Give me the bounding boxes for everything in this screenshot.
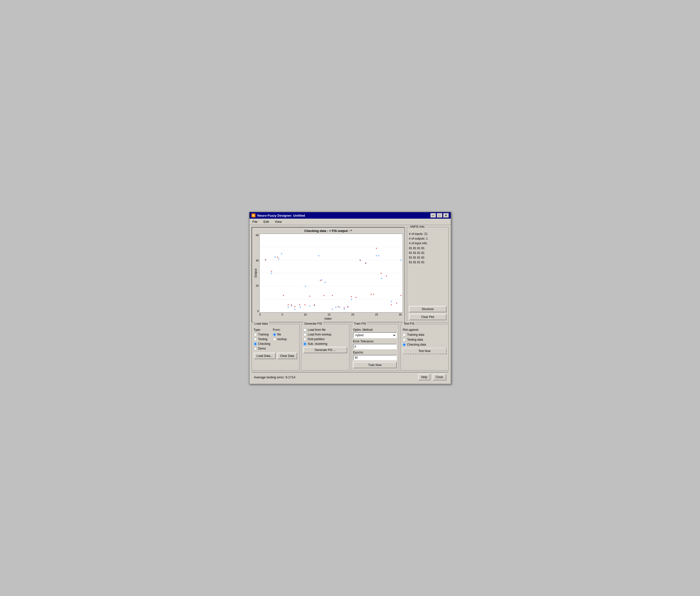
y-tick-40: 40 [254,259,259,262]
anfis-mfs-row2: 81 81 81 81 [409,251,447,255]
y-tick-60: 60 [254,234,259,237]
clear-data-button[interactable]: Clear Data [277,353,297,359]
from-file-row[interactable]: file [273,333,288,336]
svg-text:+: + [304,284,306,288]
type-training-row[interactable]: Training [254,333,271,336]
main-content: Checking data : + FIS output : * Output … [250,225,451,384]
error-tol-label: Error Tolerance: [353,340,397,343]
svg-text:*: * [332,294,333,298]
svg-text:*: * [338,305,339,309]
train-fis-content: Optim. Method: hybrid backprop Error Tol… [353,328,397,368]
fis-sub-row[interactable]: Sub. clustering [303,342,347,345]
clear-plot-button[interactable]: Clear Plot [409,314,447,320]
anfis-buttons: Structure Clear Plot [409,306,447,320]
type-checking-radio[interactable] [254,342,257,345]
generate-fis-button[interactable]: Generate FIS ... [303,347,347,353]
test-testing-row[interactable]: Testing data [403,338,447,341]
status-buttons: Help Close [418,374,446,380]
train-now-button[interactable]: Train Now [353,362,397,368]
svg-text:*: * [376,247,377,251]
window-controls: — □ ✕ [430,213,449,218]
from-file-label: file [277,333,281,336]
menu-file[interactable]: File [251,219,259,224]
anfis-mfs-label: # of input mfs: [409,241,447,246]
app-icon: N [251,213,255,217]
load-data-content: Type: Training Testing Che [254,328,298,359]
help-button[interactable]: Help [418,374,430,380]
y-tick-20: 20 [254,284,259,287]
test-checking-label: Checking data [407,343,426,346]
generate-fis-content: Load from file Load from worksp. Grid pa… [303,328,347,353]
type-demo-radio[interactable] [254,347,257,350]
type-training-radio[interactable] [254,333,257,336]
test-now-button[interactable]: Test Now [403,348,447,354]
svg-text:*: * [365,262,367,266]
fis-load-file-row[interactable]: Load from file [303,328,347,332]
from-file-radio[interactable] [273,333,276,336]
svg-text:*: * [320,279,321,283]
x-tick-10: 10 [304,313,307,316]
svg-text:+: + [335,305,337,309]
fis-load-worksp-radio[interactable] [303,333,306,336]
svg-text:+: + [375,254,377,258]
from-worksp-row[interactable]: worksp. [273,337,288,341]
fis-load-worksp-row[interactable]: Load from worksp. [303,333,347,336]
minimize-button[interactable]: — [430,213,436,218]
svg-text:*: * [344,306,345,311]
x-tick-0: 0 [259,313,261,316]
from-worksp-radio[interactable] [273,338,276,341]
type-testing-row[interactable]: Testing [254,337,271,341]
title-bar: N Neuro-Fuzzy Designer: Untitled — □ ✕ [250,212,451,218]
epochs-input[interactable] [353,355,397,360]
fis-grid-radio[interactable] [303,338,306,341]
test-training-row[interactable]: Training data [403,333,447,336]
svg-text:*: * [265,258,266,262]
test-fis-title: Test FIS [403,322,416,326]
menu-view[interactable]: View [274,219,283,224]
load-buttons: Load Data... Clear Data [254,353,298,359]
optim-method-group: Optim. Method: hybrid backprop [353,328,397,338]
optim-label: Optim. Method: [353,328,397,332]
svg-text:*: * [304,303,306,307]
type-demo-row[interactable]: Demo [254,347,271,350]
train-fis-panel: Train FIS Optim. Method: hybrid backprop… [351,324,399,370]
fis-load-file-radio[interactable] [303,328,306,332]
svg-text:+: + [309,304,311,308]
fis-grid-row[interactable]: Grid partition [303,337,347,341]
svg-text:+: + [274,255,276,259]
svg-text:+: + [280,252,282,256]
fis-sub-radio[interactable] [303,342,306,345]
test-fis-content: Plot against: Training data Testing data… [403,328,447,354]
test-training-radio[interactable] [403,333,406,336]
close-app-button[interactable]: Close [433,374,446,380]
svg-text:*: * [283,294,284,298]
fis-load-worksp-label: Load from worksp. [308,333,332,336]
plot-container: Checking data : + FIS output : * Output … [251,227,405,322]
type-demo-label: Demo [258,347,266,350]
svg-text:*: * [370,293,372,297]
load-data-button[interactable]: Load Data... [254,353,276,359]
type-testing-radio[interactable] [254,338,257,341]
svg-text:*: * [288,303,289,307]
structure-button[interactable]: Structure [409,306,447,312]
anfis-info-box: ANFIS Info. # of inputs: 21 # of outputs… [407,227,449,322]
menu-edit[interactable]: Edit [262,219,270,224]
test-checking-radio[interactable] [403,343,406,346]
test-checking-row[interactable]: Checking data [403,343,447,346]
test-testing-radio[interactable] [403,338,406,341]
restore-button[interactable]: □ [437,213,442,218]
error-tol-input[interactable] [353,344,397,349]
svg-text:*: * [373,293,374,297]
type-checking-row[interactable]: Checking [254,342,271,345]
anfis-inputs: # of inputs: 21 [409,232,447,236]
main-window: N Neuro-Fuzzy Designer: Untitled — □ ✕ F… [249,212,451,384]
svg-text:*: * [347,305,349,309]
anfis-outputs: # of outputs: 1 [409,236,447,241]
optim-method-select[interactable]: hybrid backprop [353,332,397,338]
svg-text:*: * [355,296,356,300]
svg-text:*: * [351,295,352,299]
svg-text:*: * [400,294,402,298]
load-data-panel-title: Load data [254,322,269,326]
anfis-mfs-row1: 81 81 81 81 [409,246,447,251]
close-button[interactable]: ✕ [443,213,449,218]
